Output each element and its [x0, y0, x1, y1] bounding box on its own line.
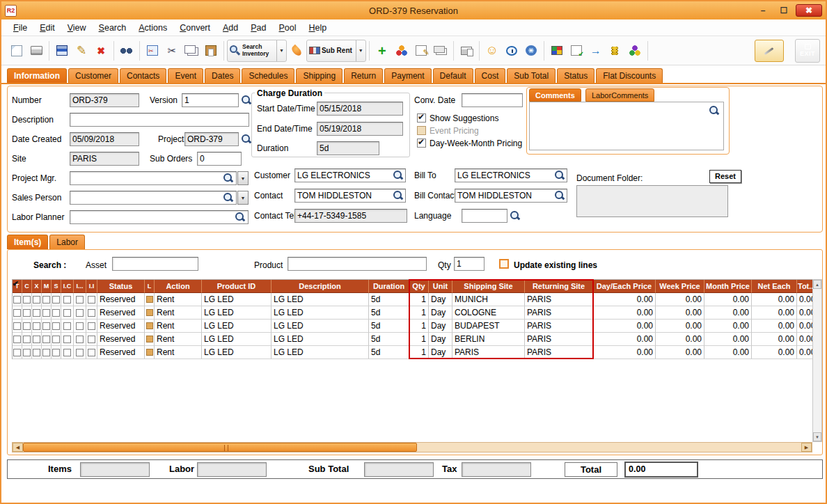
- site-field[interactable]: PARIS: [70, 152, 139, 166]
- cell-product-id[interactable]: LG LED: [202, 293, 271, 306]
- comments-box[interactable]: [529, 102, 724, 150]
- cell-status[interactable]: Reserved: [97, 333, 145, 346]
- cell-action[interactable]: Rent: [155, 293, 202, 306]
- conv-date-field[interactable]: [462, 93, 523, 107]
- labor-planner-search-icon[interactable]: [235, 212, 246, 223]
- menu-search[interactable]: Search: [93, 21, 133, 35]
- column-header-description[interactable]: Description: [271, 280, 369, 293]
- description-field[interactable]: [70, 113, 249, 127]
- column-header-i-c[interactable]: I.C: [61, 280, 74, 293]
- cell-tot[interactable]: 0.00: [797, 320, 813, 333]
- row-checkbox[interactable]: [13, 336, 21, 343]
- tab-information[interactable]: Information: [7, 68, 67, 83]
- row-checkbox[interactable]: [63, 336, 71, 343]
- cell-net-each[interactable]: 0.00: [752, 306, 797, 320]
- column-header-m[interactable]: M: [42, 280, 52, 293]
- row-checkbox[interactable]: [88, 322, 95, 330]
- scroll-right-icon[interactable]: [801, 443, 812, 452]
- history-clock-button[interactable]: [502, 40, 521, 62]
- cell-qty[interactable]: 1: [409, 293, 429, 306]
- cell-returning-site[interactable]: PARIS: [525, 346, 593, 359]
- row-checkbox[interactable]: [52, 309, 60, 317]
- menu-pool[interactable]: Pool: [273, 21, 303, 35]
- column-header-status[interactable]: Status: [97, 280, 145, 293]
- row-checkbox[interactable]: [76, 349, 84, 356]
- comments-search-icon[interactable]: [709, 105, 720, 116]
- row-checkbox[interactable]: [23, 296, 31, 304]
- export-arrow-button[interactable]: [586, 40, 606, 62]
- table-row[interactable]: ReservedRentLG LEDLG LED5d1DayMUNICHPARI…: [13, 293, 812, 306]
- coins-button[interactable]: [606, 40, 625, 62]
- cell-status[interactable]: Reserved: [97, 320, 145, 333]
- start-date-field[interactable]: 05/15/2018: [317, 102, 403, 116]
- cell-description[interactable]: LG LED: [271, 333, 369, 346]
- tab-shipping[interactable]: Shipping: [296, 68, 342, 83]
- cell-week-price[interactable]: 0.00: [656, 293, 704, 306]
- cell-qty[interactable]: 1: [409, 306, 429, 320]
- row-checkbox[interactable]: [33, 349, 40, 356]
- cell-tot[interactable]: 0.00: [797, 293, 813, 306]
- qty-input[interactable]: 1: [454, 257, 485, 271]
- column-header-tot-[interactable]: Tot...: [797, 280, 813, 293]
- table-row[interactable]: ReservedRentLG LEDLG LED5d1DayBUDAPESTPA…: [13, 320, 812, 333]
- vertical-scrollbar[interactable]: [812, 279, 822, 442]
- menu-view[interactable]: View: [61, 21, 93, 35]
- cell-qty[interactable]: 1: [409, 333, 429, 346]
- cell-week-price[interactable]: 0.00: [656, 306, 704, 320]
- row-checkbox[interactable]: [76, 309, 84, 317]
- cell-l[interactable]: [145, 320, 155, 333]
- cut-button[interactable]: [162, 40, 182, 62]
- save-button[interactable]: [52, 40, 72, 62]
- chevron-down-icon[interactable]: [356, 40, 363, 61]
- tab-payment[interactable]: Payment: [384, 68, 431, 83]
- column-header-x[interactable]: X: [32, 280, 42, 293]
- tab-event[interactable]: Event: [168, 68, 203, 83]
- column-header-month-price[interactable]: Month Price: [704, 280, 752, 293]
- row-checkbox[interactable]: [42, 322, 50, 330]
- cell-description[interactable]: LG LED: [271, 320, 369, 333]
- cell-net-each[interactable]: 0.00: [752, 333, 797, 346]
- sales-person-search-icon[interactable]: [223, 192, 234, 203]
- cell-description[interactable]: LG LED: [271, 293, 369, 306]
- cell-description[interactable]: LG LED: [271, 346, 369, 359]
- cell-l[interactable]: [145, 306, 155, 320]
- tab-comments[interactable]: Comments: [529, 88, 581, 102]
- cell-week-price[interactable]: 0.00: [656, 333, 704, 346]
- cell-duration[interactable]: 5d: [369, 306, 409, 320]
- column-header-i-i[interactable]: I.I: [86, 280, 97, 293]
- color-pool-button[interactable]: [625, 40, 645, 62]
- cut-sheet-button[interactable]: [143, 40, 162, 62]
- cell-shipping-site[interactable]: MUNICH: [452, 293, 525, 306]
- cell-qty[interactable]: 1: [409, 346, 429, 359]
- column-header-c[interactable]: C: [22, 280, 32, 293]
- tab-contacts[interactable]: Contacts: [120, 68, 166, 83]
- cell-duration[interactable]: 5d: [369, 293, 409, 306]
- tab-return[interactable]: Return: [344, 68, 383, 83]
- row-checkbox[interactable]: [63, 296, 71, 304]
- cell-action[interactable]: Rent: [155, 306, 202, 320]
- cell-day-each-price[interactable]: 0.00: [593, 346, 656, 359]
- edit-document-button[interactable]: [567, 40, 586, 62]
- memo-pad-button[interactable]: [431, 40, 450, 62]
- number-field[interactable]: ORD-379: [70, 93, 139, 107]
- smiley-button[interactable]: [482, 40, 502, 62]
- tab-items[interactable]: Item(s): [7, 235, 48, 249]
- scroll-up-icon[interactable]: [813, 280, 821, 289]
- cell-week-price[interactable]: 0.00: [656, 320, 704, 333]
- cell-duration[interactable]: 5d: [369, 333, 409, 346]
- customer-search-icon[interactable]: [393, 170, 404, 181]
- close-button[interactable]: ✖: [796, 4, 822, 17]
- disc-button[interactable]: [521, 40, 541, 62]
- row-checkbox[interactable]: [88, 296, 95, 304]
- column-header-l[interactable]: L: [145, 280, 155, 293]
- cell-action[interactable]: Rent: [155, 333, 202, 346]
- column-header-qty[interactable]: Qty: [409, 280, 429, 293]
- column-header-day-each-price[interactable]: Day/Each Price: [593, 280, 656, 293]
- horizontal-scrollbar[interactable]: [12, 442, 812, 452]
- asset-input[interactable]: [112, 257, 198, 271]
- cell-unit[interactable]: Day: [429, 333, 452, 346]
- add-line-button[interactable]: [372, 40, 392, 62]
- row-checkbox[interactable]: [13, 296, 21, 304]
- table-row[interactable]: ReservedRentLG LEDLG LED5d1DayCOLOGNEPAR…: [13, 306, 812, 320]
- reset-button[interactable]: Reset: [709, 170, 741, 183]
